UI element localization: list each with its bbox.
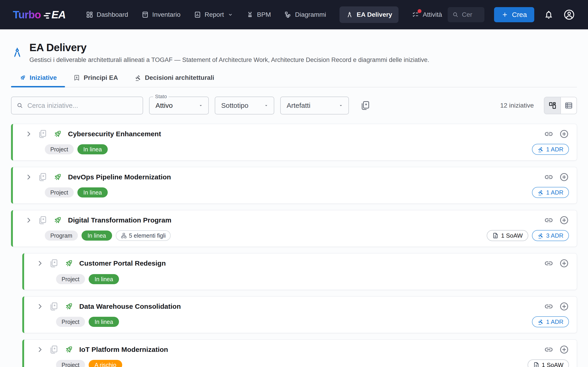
initiative-title[interactable]: IoT Platform Modernization bbox=[79, 346, 168, 353]
soaw-badge[interactable]: 1 SoAW bbox=[487, 230, 528, 241]
global-search-input[interactable]: Cer bbox=[448, 7, 484, 22]
add-artifact-icon[interactable] bbox=[559, 259, 569, 268]
nav-item-dashboard[interactable]: Dashboard bbox=[86, 11, 128, 18]
rocket-icon bbox=[64, 259, 74, 268]
saved-views-button[interactable] bbox=[360, 100, 371, 111]
initiative-title[interactable]: DevOps Pipeline Modernization bbox=[68, 173, 171, 181]
card-stack-star-icon bbox=[360, 100, 371, 111]
link-icon[interactable] bbox=[544, 173, 553, 182]
card-stack-icon[interactable] bbox=[49, 259, 59, 268]
add-artifact-icon[interactable] bbox=[559, 129, 569, 139]
status-filter-value: Attivo bbox=[156, 102, 173, 109]
nav-item-diagrammi[interactable]: Diagrammi bbox=[284, 11, 326, 18]
add-artifact-icon[interactable] bbox=[559, 345, 569, 354]
page-header: EA Delivery Gestisci i deliverable archi… bbox=[11, 41, 577, 64]
dashboard-icon bbox=[86, 11, 93, 18]
initiative-search-input[interactable] bbox=[27, 102, 138, 109]
status-badge: In linea bbox=[89, 274, 119, 284]
link-icon[interactable] bbox=[544, 216, 553, 225]
add-artifact-icon[interactable] bbox=[559, 215, 569, 225]
card-stack-icon[interactable] bbox=[38, 129, 47, 139]
adr-badge[interactable]: 1 ADR bbox=[532, 187, 569, 198]
nav-label: Dashboard bbox=[97, 11, 128, 18]
user-avatar-icon[interactable] bbox=[563, 9, 575, 21]
notification-dot bbox=[418, 9, 422, 13]
nav-item-inventario[interactable]: Inventario bbox=[141, 11, 181, 18]
expand-chevron-icon[interactable] bbox=[36, 260, 43, 267]
subtype-filter-value: Sottotipo bbox=[221, 102, 248, 109]
tab-bar: Iniziative Principi EA Decisioni archite… bbox=[11, 74, 577, 87]
add-artifact-icon[interactable] bbox=[559, 302, 569, 311]
initiative-title[interactable]: Data Warehouse Consolidation bbox=[79, 302, 181, 310]
nav-item-bpm[interactable]: BPM bbox=[246, 11, 271, 18]
tab-principi-ea[interactable]: Principi EA bbox=[65, 74, 126, 87]
expand-chevron-icon[interactable] bbox=[36, 346, 43, 353]
status-badge: In linea bbox=[82, 231, 112, 241]
table-view-button[interactable] bbox=[561, 97, 577, 114]
initiative-card: DevOps Pipeline Modernization Project In… bbox=[11, 167, 577, 204]
initiative-card: IoT Platform Modernization Project A ris… bbox=[22, 340, 577, 367]
chevron-down-icon bbox=[228, 12, 233, 17]
adr-badge[interactable]: 1 ADR bbox=[532, 316, 569, 327]
dropdown-arrow-icon bbox=[264, 103, 269, 108]
card-stack-icon[interactable] bbox=[38, 172, 47, 182]
expand-chevron-icon[interactable] bbox=[25, 174, 32, 181]
add-artifact-icon[interactable] bbox=[559, 172, 569, 182]
adr-badge[interactable]: 1 ADR bbox=[532, 144, 569, 155]
link-icon[interactable] bbox=[544, 259, 553, 268]
tab-label: Principi EA bbox=[84, 74, 118, 81]
nav-label: Diagrammi bbox=[295, 11, 326, 18]
artifacts-filter-select[interactable]: Artefatti bbox=[280, 97, 349, 115]
initiative-card: Data Warehouse Consolidation Project In … bbox=[22, 296, 577, 333]
initiative-search-field[interactable] bbox=[11, 97, 143, 115]
status-filter-select[interactable]: Stato Attivo bbox=[149, 97, 209, 115]
status-badge: A rischio bbox=[89, 360, 122, 367]
card-stack-icon[interactable] bbox=[38, 215, 47, 225]
tab-decisioni-architetturali[interactable]: Decisioni architetturali bbox=[126, 74, 223, 87]
initiative-title[interactable]: Customer Portal Redesign bbox=[79, 259, 166, 267]
nav-menu: Dashboard Inventario Report BPM Diagramm… bbox=[86, 6, 442, 23]
card-stack-icon[interactable] bbox=[49, 302, 59, 311]
nav-item-report[interactable]: Report bbox=[194, 11, 233, 18]
cards-view-button[interactable] bbox=[544, 97, 561, 114]
logo-text-turbo: Turbo bbox=[13, 8, 41, 21]
create-button[interactable]: Crea bbox=[494, 7, 534, 22]
cards-view-icon bbox=[548, 101, 557, 110]
hierarchy-icon bbox=[121, 233, 127, 239]
adr-badge[interactable]: 3 ADR bbox=[532, 230, 569, 241]
link-icon[interactable] bbox=[544, 345, 553, 354]
soaw-badge[interactable]: 1 SoAW bbox=[527, 359, 569, 367]
children-count-badge: 5 elementi figli bbox=[116, 230, 171, 241]
subtype-filter-select[interactable]: Sottotipo bbox=[215, 97, 274, 115]
search-icon bbox=[17, 102, 23, 109]
tab-iniziative[interactable]: Iniziative bbox=[11, 74, 65, 87]
notifications-bell-icon[interactable] bbox=[544, 10, 553, 19]
initiative-card: Cybersecurity Enhancement Project In lin… bbox=[11, 124, 577, 161]
inventory-icon bbox=[141, 11, 149, 18]
nav-item-attivita[interactable]: Attività bbox=[412, 11, 442, 18]
nav-item-ea-delivery[interactable]: EA Delivery bbox=[339, 6, 399, 23]
rocket-icon bbox=[64, 302, 74, 311]
nav-label: EA Delivery bbox=[357, 11, 392, 18]
gavel-icon bbox=[135, 74, 141, 81]
nav-label: BPM bbox=[257, 11, 271, 18]
document-icon bbox=[533, 362, 540, 367]
initiative-title[interactable]: Cybersecurity Enhancement bbox=[68, 130, 161, 138]
expand-chevron-icon[interactable] bbox=[25, 131, 32, 137]
initiative-title[interactable]: Digital Transformation Program bbox=[68, 216, 171, 224]
initiative-card: Customer Portal Redesign Project In line… bbox=[22, 253, 577, 290]
card-stack-icon[interactable] bbox=[49, 345, 59, 354]
table-view-icon bbox=[564, 101, 573, 110]
global-search-placeholder: Cer bbox=[462, 11, 472, 18]
gavel-icon bbox=[537, 232, 544, 239]
link-icon[interactable] bbox=[544, 129, 553, 139]
status-filter-label: Stato bbox=[153, 94, 169, 100]
expand-chevron-icon[interactable] bbox=[36, 303, 43, 310]
gavel-icon bbox=[537, 189, 544, 196]
app-logo[interactable]: Turbo EA bbox=[13, 8, 66, 21]
main-content: EA Delivery Gestisci i deliverable archi… bbox=[0, 41, 588, 367]
expand-chevron-icon[interactable] bbox=[25, 217, 32, 224]
initiative-count: 12 iniziative bbox=[500, 102, 534, 109]
type-badge: Project bbox=[56, 317, 85, 327]
link-icon[interactable] bbox=[544, 302, 553, 311]
